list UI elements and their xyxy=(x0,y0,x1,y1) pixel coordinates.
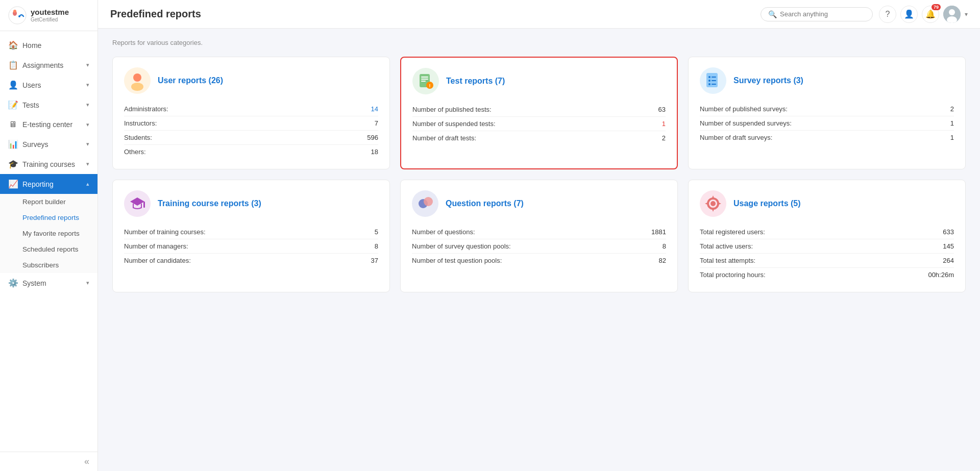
sidebar-item-surveys[interactable]: 📊 Surveys ▾ xyxy=(0,134,97,154)
sidebar-item-users[interactable]: 👤 Users ▾ xyxy=(0,75,97,95)
sidebar-item-reporting[interactable]: 📈 Reporting ▴ xyxy=(0,174,97,194)
question-reports-header: Question reports (7) xyxy=(412,190,666,217)
logo[interactable]: youtestme GetCertified xyxy=(0,0,97,31)
svg-rect-22 xyxy=(712,80,716,81)
row-value: 00h:26m xyxy=(928,271,954,279)
row-value: 1 xyxy=(950,134,954,141)
svg-point-23 xyxy=(708,83,710,85)
table-row: Total active users: 145 xyxy=(700,239,954,254)
training-reports-title: Training course reports (3) xyxy=(158,199,261,208)
user-avatar[interactable] xyxy=(943,6,961,23)
row-value: 5 xyxy=(375,228,378,236)
row-label: Number of published tests: xyxy=(412,106,492,113)
sidebar-item-report-builder[interactable]: Report builder xyxy=(0,194,97,210)
chevron-down-icon: ▾ xyxy=(86,161,89,167)
svg-rect-14 xyxy=(421,81,426,82)
sidebar-item-tests[interactable]: 📝 Tests ▾ xyxy=(0,95,97,115)
user-reports-header: User reports (26) xyxy=(124,67,378,94)
table-row: Number of draft surveys: 1 xyxy=(700,131,954,144)
row-label: Students: xyxy=(124,134,152,141)
question-reports-card[interactable]: Question reports (7) Number of questions… xyxy=(400,180,678,292)
sidebar-label-surveys: Surveys xyxy=(22,140,81,148)
sidebar-collapse-button[interactable]: « xyxy=(0,452,97,471)
test-reports-card[interactable]: ! Test reports (7) Number of published t… xyxy=(400,57,678,169)
search-input[interactable] xyxy=(780,10,862,18)
chevron-down-icon: ▾ xyxy=(86,62,89,68)
sidebar-item-training[interactable]: 🎓 Training courses ▾ xyxy=(0,154,97,174)
table-row: Number of test question pools: 82 xyxy=(412,254,666,267)
notifications-button[interactable]: 🔔 79 xyxy=(922,6,939,23)
usage-reports-card[interactable]: Usage reports (5) Total registered users… xyxy=(688,180,966,292)
sidebar-item-assignments[interactable]: 📋 Assignments ▾ xyxy=(0,55,97,75)
svg-point-8 xyxy=(133,73,141,82)
svg-point-2 xyxy=(13,10,16,13)
test-reports-icon: ! xyxy=(412,68,439,94)
search-box[interactable]: 🔍 xyxy=(761,7,873,21)
reporting-submenu: Report builder Predefined reports My fav… xyxy=(0,194,97,273)
notification-badge: 79 xyxy=(932,4,941,10)
sidebar-item-etesting[interactable]: 🖥 E-testing center ▾ xyxy=(0,115,97,134)
user-reports-title: User reports (26) xyxy=(158,76,223,85)
sidebar-item-predefined-reports[interactable]: Predefined reports xyxy=(0,210,97,226)
user-reports-card[interactable]: User reports (26) Administrators: 14 Ins… xyxy=(112,57,390,169)
row-value: 37 xyxy=(371,257,378,264)
table-row: Number of suspended tests: 1 xyxy=(412,117,666,131)
question-reports-title: Question reports (7) xyxy=(446,199,524,208)
row-value: 1 xyxy=(950,119,954,127)
sidebar-item-subscribers[interactable]: Subscribers xyxy=(0,257,97,273)
chevron-down-icon: ▾ xyxy=(86,141,89,147)
bell-icon: 🔔 xyxy=(925,9,936,19)
sidebar-nav: 🏠 Home 📋 Assignments ▾ 👤 Users ▾ 📝 Tests… xyxy=(0,31,97,452)
survey-reports-header: Survey reports (3) xyxy=(700,67,954,94)
row-value: 18 xyxy=(371,148,378,156)
table-row: Number of managers: 8 xyxy=(124,239,378,254)
sidebar-item-favorite-reports[interactable]: My favorite reports xyxy=(0,226,97,241)
row-label: Number of suspended surveys: xyxy=(700,119,792,127)
training-reports-card[interactable]: Training course reports (3) Number of tr… xyxy=(112,180,390,292)
row-value: 8 xyxy=(663,242,666,250)
row-label: Total test attempts: xyxy=(700,257,755,264)
row-label: Number of survey question pools: xyxy=(412,242,511,250)
sidebar-item-scheduled-reports[interactable]: Scheduled reports xyxy=(0,241,97,257)
row-label: Others: xyxy=(124,148,146,156)
logo-sub-text: GetCertified xyxy=(31,17,69,22)
survey-reports-icon xyxy=(700,67,726,94)
row-value: 7 xyxy=(375,119,378,127)
svg-text:!: ! xyxy=(429,83,431,88)
surveys-icon: 📊 xyxy=(8,139,17,149)
logo-main-text: youtestme xyxy=(31,8,69,17)
svg-rect-20 xyxy=(712,77,716,78)
help-button[interactable]: ? xyxy=(879,6,896,23)
table-row: Others: 18 xyxy=(124,145,378,159)
user-switch-icon: 👤 xyxy=(904,9,914,19)
table-row: Number of published surveys: 2 xyxy=(700,102,954,116)
avatar-image xyxy=(943,6,961,23)
svg-point-32 xyxy=(710,201,716,206)
users-icon: 👤 xyxy=(8,80,17,90)
svg-point-21 xyxy=(708,80,710,82)
dropdown-chevron-icon[interactable]: ▾ xyxy=(965,11,968,18)
sidebar-label-assignments: Assignments xyxy=(22,61,81,69)
user-switch-button[interactable]: 👤 xyxy=(900,6,918,23)
svg-point-19 xyxy=(708,76,710,78)
svg-point-3 xyxy=(18,15,20,17)
table-row: Total proctoring hours: 00h:26m xyxy=(700,268,954,282)
row-value: 1 xyxy=(662,120,666,128)
sidebar-item-system[interactable]: ⚙️ System ▾ xyxy=(0,273,97,293)
main-area: Predefined reports 🔍 ? 👤 🔔 79 xyxy=(98,0,980,471)
etesting-icon: 🖥 xyxy=(8,120,17,129)
row-label: Number of candidates: xyxy=(124,257,191,264)
survey-reports-card[interactable]: Survey reports (3) Number of published s… xyxy=(688,57,966,169)
sidebar-label-reporting: Reporting xyxy=(22,180,81,188)
content-area: Reports for various categories. User rep… xyxy=(98,29,980,471)
table-row: Total registered users: 633 xyxy=(700,225,954,239)
chevron-down-icon: ▾ xyxy=(86,280,89,286)
row-label: Number of test question pools: xyxy=(412,257,502,264)
usage-reports-header: Usage reports (5) xyxy=(700,190,954,217)
help-icon: ? xyxy=(886,10,890,19)
question-reports-icon xyxy=(412,190,438,217)
sidebar-label-home: Home xyxy=(22,41,89,49)
test-reports-header: ! Test reports (7) xyxy=(412,68,666,94)
sidebar-item-home[interactable]: 🏠 Home xyxy=(0,35,97,55)
training-icon: 🎓 xyxy=(8,159,17,169)
